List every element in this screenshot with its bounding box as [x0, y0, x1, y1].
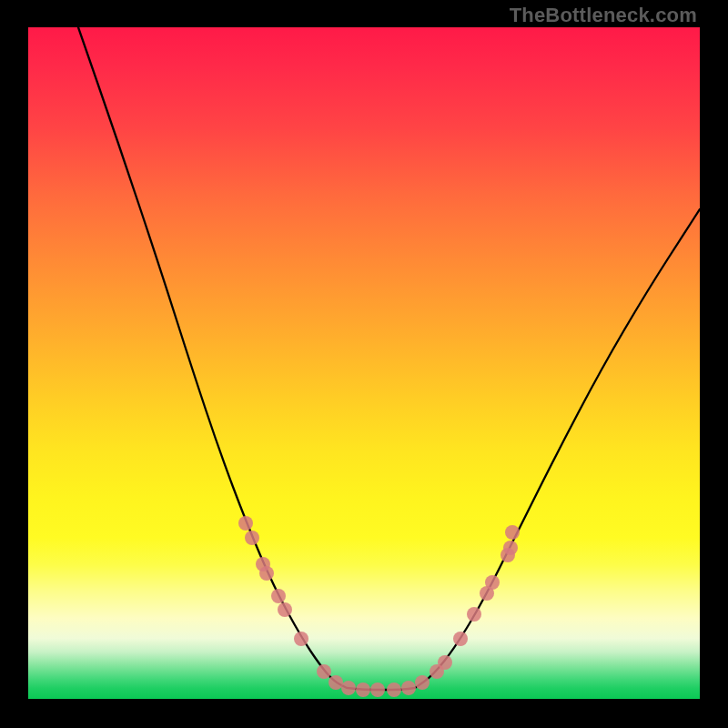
data-marker	[341, 681, 356, 695]
watermark-text: TheBottleneck.com	[510, 4, 697, 27]
chart-frame: TheBottleneck.com	[0, 0, 728, 728]
plot-area	[28, 27, 700, 699]
data-marker	[245, 531, 259, 545]
data-marker	[238, 516, 253, 531]
data-marker	[467, 607, 481, 622]
data-marker	[294, 632, 308, 646]
data-marker	[485, 575, 500, 590]
data-marker	[356, 682, 370, 697]
bottleneck-curve	[78, 27, 700, 690]
data-marker	[278, 602, 292, 617]
data-marker	[317, 664, 331, 679]
data-marker	[259, 566, 274, 581]
data-marker	[438, 655, 452, 670]
data-marker	[329, 675, 343, 690]
curve-layer	[28, 27, 700, 699]
data-marker	[503, 541, 518, 555]
data-marker	[505, 525, 520, 540]
data-marker	[415, 675, 430, 690]
data-marker	[271, 589, 286, 603]
data-marker	[453, 632, 468, 646]
data-marker	[370, 682, 385, 697]
data-marker	[387, 682, 401, 697]
data-marker	[401, 681, 416, 695]
